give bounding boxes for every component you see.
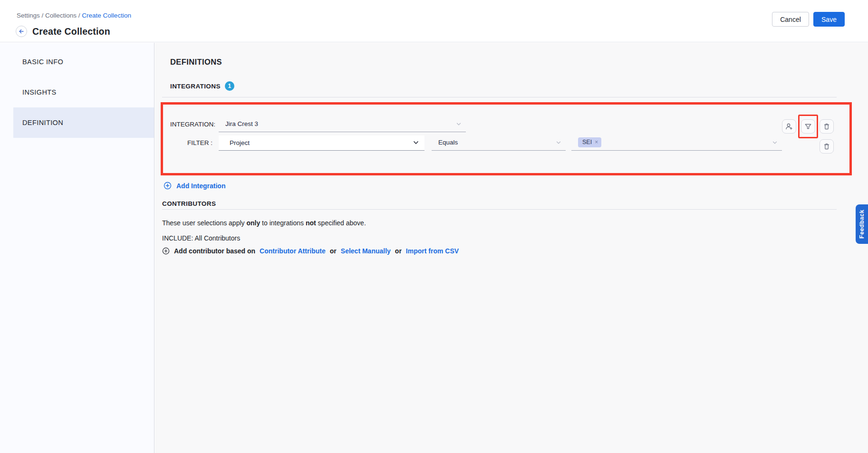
or-text: or <box>395 247 402 255</box>
contributor-attribute-link[interactable]: Contributor Attribute <box>260 247 326 255</box>
filter-operator-value: Equals <box>438 139 458 146</box>
chevron-down-icon <box>455 121 462 127</box>
cancel-button[interactable]: Cancel <box>772 12 809 27</box>
note-text: to integrations <box>260 219 306 227</box>
feedback-tab[interactable]: Feedback <box>856 204 868 244</box>
chevron-down-icon <box>412 139 420 146</box>
integrations-divider <box>162 97 837 97</box>
trash-icon <box>822 142 831 151</box>
tag-remove-icon[interactable]: × <box>595 139 598 145</box>
chevron-down-icon <box>555 139 562 146</box>
sidebar-item-definition[interactable]: DEFINITION <box>13 107 154 138</box>
integration-card-annotation: INTEGRATION: Jira Crest 3 FILTER : Proje… <box>161 102 852 175</box>
integrations-header: INTEGRATIONS 1 <box>170 81 234 91</box>
page-header: Settings / Collections / Create Collecti… <box>0 0 868 42</box>
add-contributor-row: Add contributor based on Contributor Att… <box>162 247 459 255</box>
back-button[interactable] <box>16 26 27 37</box>
plus-circle-icon <box>164 182 172 190</box>
add-integration-label: Add Integration <box>176 182 225 190</box>
filter-values-select[interactable]: SEI × <box>571 137 782 151</box>
create-collection-page: Settings / Collections / Create Collecti… <box>0 0 868 453</box>
integration-field-label: INTEGRATION: <box>170 121 219 128</box>
delete-filter-button[interactable] <box>820 119 834 134</box>
contributors-note: These user selections apply only to inte… <box>162 219 366 227</box>
contributors-label: CONTRIBUTORS <box>162 200 216 207</box>
save-button[interactable]: Save <box>813 12 845 27</box>
breadcrumb-settings[interactable]: Settings <box>17 12 40 19</box>
filter-field-label: FILTER : <box>170 139 219 146</box>
add-contributor-label: Add contributor based on <box>174 247 255 255</box>
chevron-down-icon <box>772 139 778 146</box>
breadcrumb-separator: / <box>40 12 45 19</box>
or-text: or <box>330 247 337 255</box>
delete-filter-row-button[interactable] <box>820 139 834 154</box>
filter-value-tag[interactable]: SEI × <box>578 137 601 147</box>
breadcrumb-current: Create Collection <box>82 12 131 19</box>
filter-field-value: Project <box>230 139 250 146</box>
filter-value-tag-label: SEI <box>582 139 592 145</box>
note-text: specified above. <box>316 219 366 227</box>
breadcrumb-collections[interactable]: Collections <box>45 12 77 19</box>
note-text: These user selections apply <box>162 219 246 227</box>
definition-panel: DEFINITIONS INTEGRATIONS 1 INTEGRATION: … <box>155 43 868 453</box>
import-from-csv-link[interactable]: Import from CSV <box>406 247 459 255</box>
add-integration-link[interactable]: Add Integration <box>164 182 225 190</box>
breadcrumb-separator: / <box>77 12 82 19</box>
page-title: Create Collection <box>32 26 110 37</box>
plus-circle-icon <box>162 247 170 255</box>
integration-select-value: Jira Crest 3 <box>225 120 258 127</box>
filter-field-select[interactable]: Project <box>219 135 424 151</box>
trash-icon <box>822 122 831 131</box>
integration-select[interactable]: Jira Crest 3 <box>219 120 466 132</box>
settings-sidebar: BASIC INFO INSIGHTS DEFINITION <box>0 43 154 453</box>
note-bold-only: only <box>246 219 260 227</box>
note-bold-not: not <box>306 219 316 227</box>
feedback-tab-label: Feedback <box>858 210 865 239</box>
add-user-button[interactable] <box>782 119 796 134</box>
filter-row: FILTER : Project Equals SEI × <box>170 135 782 151</box>
contributors-divider <box>162 209 837 210</box>
funnel-icon <box>804 122 812 131</box>
arrow-left-icon <box>18 28 25 35</box>
filter-funnel-button[interactable] <box>801 119 815 134</box>
filter-operator-select[interactable]: Equals <box>432 139 566 151</box>
integration-row: INTEGRATION: Jira Crest 3 <box>170 120 466 132</box>
integrations-count-badge: 1 <box>225 81 234 91</box>
section-title: DEFINITIONS <box>170 58 222 67</box>
sidebar-item-insights[interactable]: INSIGHTS <box>0 77 154 107</box>
breadcrumb: Settings / Collections / Create Collecti… <box>17 12 131 19</box>
integrations-label: INTEGRATIONS <box>170 83 221 90</box>
sidebar-item-basic-info[interactable]: BASIC INFO <box>0 47 154 77</box>
select-manually-link[interactable]: Select Manually <box>341 247 391 255</box>
include-line: INCLUDE: All Contributors <box>162 234 240 242</box>
user-add-icon <box>785 122 793 131</box>
